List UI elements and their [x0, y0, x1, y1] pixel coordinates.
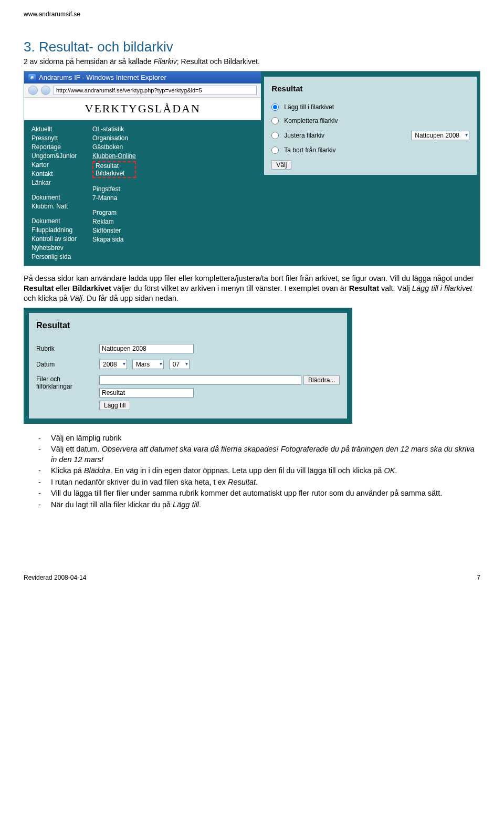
- middle-paragraph: På dessa sidor kan användare ladda upp f…: [24, 266, 480, 304]
- nav-filuppladdning[interactable]: Filuppladdning: [32, 226, 77, 234]
- intro-em: Filarkiv: [153, 57, 176, 66]
- nav-aktuellt[interactable]: Aktuellt: [32, 125, 77, 133]
- nav-7manna[interactable]: 7-Manna: [92, 194, 136, 202]
- mid-c: eller: [54, 284, 72, 292]
- nav-col-left: Aktuellt Pressnytt Reportage Ungdom&Juni…: [32, 125, 77, 260]
- input-rubrik[interactable]: Nattcupen 2008: [99, 344, 194, 353]
- input-filedesc[interactable]: Resultat: [99, 388, 194, 397]
- nav-kartor[interactable]: Kartor: [32, 161, 77, 169]
- mid-em2: Välj: [70, 294, 82, 302]
- ie-icon: e: [28, 74, 36, 81]
- forward-button[interactable]: [41, 86, 50, 95]
- bullet-4: I rutan nedanför skriver du in vad filen…: [38, 477, 480, 488]
- nav-reklam[interactable]: Reklam: [92, 218, 136, 225]
- nav-olstatistik[interactable]: OL-statistik: [92, 125, 136, 133]
- b2a: Välj ett datum.: [51, 445, 102, 453]
- nav-sep: [92, 180, 136, 184]
- b3b: Bläddra: [84, 466, 110, 475]
- laggtill-button[interactable]: Lägg till: [99, 401, 130, 410]
- nav-klubbm[interactable]: Klubbm. Natt: [32, 203, 77, 210]
- nav-pingstfest[interactable]: Pingstfest: [92, 185, 136, 193]
- nav-highlight-box: Resultat Bildarkivet: [92, 161, 136, 178]
- ie-window: e Andrarums IF - Windows Internet Explor…: [24, 71, 261, 266]
- resultat-form-panel: Resultat Rubrik Nattcupen 2008 Datum 200…: [29, 313, 347, 418]
- instruction-list: Välj en lämplig rubrik Välj ett datum. O…: [24, 424, 480, 510]
- nav-reportage[interactable]: Reportage: [32, 143, 77, 151]
- nav-program[interactable]: Program: [92, 209, 136, 216]
- page-footer: Reviderad 2008-04-14 7: [24, 511, 480, 592]
- bullet-2: Välj ett datum. Observera att datumet sk…: [38, 444, 480, 465]
- bullet-3: Klicka på Bläddra. En väg in i din egen …: [38, 466, 480, 476]
- resultat-panel: Resultat Lägg till i filarkivet Komplett…: [264, 77, 477, 175]
- radio-justera[interactable]: [271, 132, 279, 139]
- select-month[interactable]: Mars: [132, 360, 164, 369]
- nav-dokument1[interactable]: Dokument: [32, 194, 77, 201]
- intro-post: ; Resultat och Bildarkivet.: [177, 57, 260, 66]
- input-file[interactable]: [99, 375, 301, 385]
- nav-organisation[interactable]: Organisation: [92, 134, 136, 142]
- ie-address-bar: http://www.andrarumsif.se/verktyg.php?ty…: [24, 83, 261, 98]
- address-field[interactable]: http://www.andrarumsif.se/verktyg.php?ty…: [54, 86, 257, 95]
- b3e: .: [395, 466, 397, 475]
- valj-button[interactable]: Välj: [271, 160, 291, 170]
- page-header-url: www.andrarumsif.se: [24, 0, 480, 39]
- nav-kontakt[interactable]: Kontakt: [32, 170, 77, 177]
- nav-kontroll[interactable]: Kontroll av sidor: [32, 235, 77, 243]
- ie-titlebar: e Andrarums IF - Windows Internet Explor…: [24, 71, 261, 83]
- radio-justera-label: Justera filarkiv: [284, 132, 324, 139]
- screenshot-2-wrap: Resultat Rubrik Nattcupen 2008 Datum 200…: [24, 308, 352, 424]
- b3a: Klicka på: [51, 466, 84, 475]
- nav-bildarkivet[interactable]: Bildarkivet: [96, 170, 133, 177]
- back-button[interactable]: [28, 86, 38, 95]
- b6b: Lägg till: [173, 500, 199, 509]
- resultat-panel-wrap: Resultat Lägg till i filarkivet Komplett…: [261, 71, 480, 266]
- b2b: Observera att datumet ska vara då filern…: [51, 445, 475, 464]
- radio-komplettera[interactable]: [271, 117, 279, 124]
- label-rubrik: Rubrik: [36, 345, 94, 352]
- footer-page-number: 7: [477, 574, 480, 581]
- b4a: I rutan nedanför skriver du in vad filen…: [51, 478, 228, 486]
- radio-lagg-till[interactable]: [271, 103, 279, 111]
- select-arkiv[interactable]: Nattcupen 2008: [411, 131, 469, 140]
- radio-tabort[interactable]: [271, 147, 279, 154]
- panel2-title: Resultat: [36, 320, 340, 341]
- b4c: .: [256, 478, 258, 486]
- nav-area: Aktuellt Pressnytt Reportage Ungdom&Juni…: [24, 120, 261, 266]
- nav-sep: [32, 212, 77, 216]
- screenshot-1: e Andrarums IF - Windows Internet Explor…: [24, 71, 480, 266]
- mid-a: På dessa sidor kan användare ladda upp f…: [24, 274, 474, 283]
- nav-sidfonster[interactable]: Sidfönster: [92, 227, 136, 234]
- nav-dokument2[interactable]: Dokument: [32, 217, 77, 225]
- browse-button[interactable]: Bläddra...: [303, 375, 340, 385]
- panel1-title: Resultat: [271, 84, 469, 100]
- bullet-1: Välj en lämplig rubrik: [38, 433, 480, 444]
- b6a: När du lagt till alla filer klickar du p…: [51, 500, 173, 509]
- section-intro: 2 av sidorna på hemsidan är så kallade F…: [24, 57, 480, 71]
- radio-tabort-label: Ta bort från filarkiv: [284, 147, 335, 154]
- nav-pressnytt[interactable]: Pressnytt: [32, 134, 77, 142]
- nav-skapasida[interactable]: Skapa sida: [92, 236, 136, 243]
- nav-ungdom[interactable]: Ungdom&Junior: [32, 152, 77, 160]
- nav-klubben-online[interactable]: Klubben-Online: [92, 152, 136, 160]
- select-day[interactable]: 07: [169, 360, 190, 369]
- mid-e: valt. Välj: [379, 284, 412, 292]
- b4b: Resultat: [228, 478, 256, 486]
- mid-b1: Resultat: [24, 284, 54, 292]
- ie-title-text: Andrarums IF - Windows Internet Explorer: [39, 74, 166, 81]
- label-datum: Datum: [36, 361, 94, 368]
- select-year[interactable]: 2008: [99, 360, 127, 369]
- radio-komplettera-label: Komplettera filarkiv: [284, 117, 338, 124]
- nav-resultat[interactable]: Resultat: [96, 162, 133, 170]
- nav-personlig[interactable]: Personlig sida: [32, 253, 77, 260]
- intro-pre: 2 av sidorna på hemsidan är så kallade: [24, 57, 153, 66]
- bullet-6: När du lagt till alla filer klickar du p…: [38, 500, 480, 510]
- mid-b3: Resultat: [349, 284, 379, 292]
- nav-gastboken[interactable]: Gästboken: [92, 143, 136, 151]
- label-filer: Filer och filförklaringar: [36, 375, 94, 390]
- nav-col-right: OL-statistik Organisation Gästboken Klub…: [92, 125, 136, 260]
- radio-lagg-till-label: Lägg till i filarkivet: [284, 103, 334, 111]
- mid-f: och klicka på: [24, 294, 70, 302]
- nav-nyhetsbrev[interactable]: Nyhetsbrev: [32, 244, 77, 252]
- mid-g: . Du får då upp sidan nedan.: [82, 294, 178, 302]
- nav-lankar[interactable]: Länkar: [32, 179, 77, 186]
